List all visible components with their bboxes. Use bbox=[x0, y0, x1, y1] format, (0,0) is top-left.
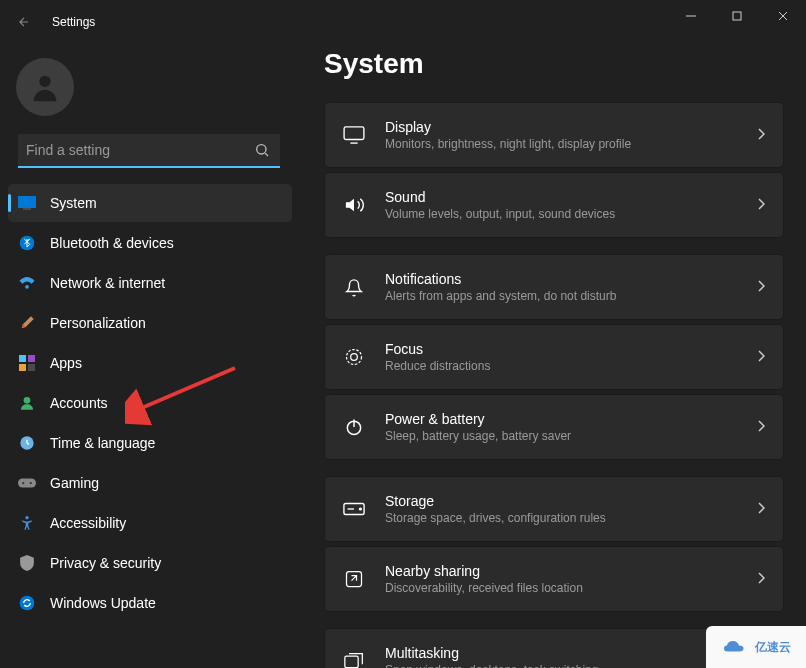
bell-icon bbox=[343, 276, 365, 298]
search-container bbox=[18, 134, 280, 168]
svg-rect-10 bbox=[19, 364, 26, 371]
chevron-right-icon bbox=[757, 419, 765, 435]
sidebar-item-system[interactable]: System bbox=[8, 184, 292, 222]
card-notifications[interactable]: Notifications Alerts from apps and syste… bbox=[324, 254, 784, 320]
sidebar-item-personalization[interactable]: Personalization bbox=[8, 304, 292, 342]
search-input[interactable] bbox=[18, 134, 280, 168]
sidebar-item-label: Time & language bbox=[50, 435, 155, 451]
accessibility-icon bbox=[18, 514, 36, 532]
card-sound[interactable]: Sound Volume levels, output, input, soun… bbox=[324, 172, 784, 238]
card-desc: Storage space, drives, configuration rul… bbox=[385, 511, 757, 525]
close-button[interactable] bbox=[760, 0, 806, 32]
svg-rect-1 bbox=[733, 12, 741, 20]
sidebar-item-label: Gaming bbox=[50, 475, 99, 491]
sidebar-item-label: Apps bbox=[50, 355, 82, 371]
sidebar-item-accessibility[interactable]: Accessibility bbox=[8, 504, 292, 542]
sidebar-item-label: Windows Update bbox=[50, 595, 156, 611]
watermark-text: 亿速云 bbox=[755, 639, 791, 656]
page-title: System bbox=[324, 48, 784, 80]
card-desc: Snap windows, desktops, task switching bbox=[385, 663, 757, 668]
watermark: 亿速云 bbox=[706, 626, 806, 668]
sidebar-item-update[interactable]: Windows Update bbox=[8, 584, 292, 622]
card-desc: Reduce distractions bbox=[385, 359, 757, 373]
sidebar-item-gaming[interactable]: Gaming bbox=[8, 464, 292, 502]
svg-rect-29 bbox=[345, 656, 358, 668]
card-title: Storage bbox=[385, 493, 757, 509]
display-icon bbox=[343, 124, 365, 146]
sidebar-item-label: System bbox=[50, 195, 97, 211]
sidebar-item-bluetooth[interactable]: Bluetooth & devices bbox=[8, 224, 292, 262]
card-title: Multitasking bbox=[385, 645, 757, 661]
back-button[interactable] bbox=[14, 12, 34, 32]
shield-icon bbox=[18, 554, 36, 572]
avatar bbox=[16, 58, 74, 116]
svg-point-12 bbox=[24, 397, 31, 404]
svg-rect-4 bbox=[18, 196, 36, 208]
sidebar-item-privacy[interactable]: Privacy & security bbox=[8, 544, 292, 582]
gaming-icon bbox=[18, 474, 36, 492]
card-title: Sound bbox=[385, 189, 757, 205]
card-display[interactable]: Display Monitors, brightness, night ligh… bbox=[324, 102, 784, 168]
card-desc: Monitors, brightness, night light, displ… bbox=[385, 137, 757, 151]
card-storage[interactable]: Storage Storage space, drives, configura… bbox=[324, 476, 784, 542]
chevron-right-icon bbox=[757, 279, 765, 295]
svg-rect-9 bbox=[28, 355, 35, 362]
brush-icon bbox=[18, 314, 36, 332]
update-icon bbox=[18, 594, 36, 612]
person-icon bbox=[18, 394, 36, 412]
svg-point-22 bbox=[351, 354, 358, 361]
sidebar-item-time[interactable]: Time & language bbox=[8, 424, 292, 462]
share-icon bbox=[343, 568, 365, 590]
svg-rect-8 bbox=[19, 355, 26, 362]
svg-rect-14 bbox=[18, 479, 36, 488]
window-controls bbox=[668, 0, 806, 32]
svg-point-3 bbox=[257, 145, 266, 154]
storage-icon bbox=[343, 498, 365, 520]
chevron-right-icon bbox=[757, 501, 765, 517]
sidebar: System Bluetooth & devices Network & int… bbox=[0, 44, 300, 668]
sidebar-item-label: Network & internet bbox=[50, 275, 165, 291]
card-desc: Sleep, battery usage, battery saver bbox=[385, 429, 757, 443]
sidebar-item-accounts[interactable]: Accounts bbox=[8, 384, 292, 422]
chevron-right-icon bbox=[757, 127, 765, 143]
power-icon bbox=[343, 416, 365, 438]
sidebar-item-label: Personalization bbox=[50, 315, 146, 331]
minimize-button[interactable] bbox=[668, 0, 714, 32]
chevron-right-icon bbox=[757, 571, 765, 587]
maximize-button[interactable] bbox=[714, 0, 760, 32]
chevron-right-icon bbox=[757, 349, 765, 365]
card-title: Display bbox=[385, 119, 757, 135]
sidebar-item-label: Privacy & security bbox=[50, 555, 161, 571]
clock-icon bbox=[18, 434, 36, 452]
card-title: Nearby sharing bbox=[385, 563, 757, 579]
card-desc: Volume levels, output, input, sound devi… bbox=[385, 207, 757, 221]
card-desc: Discoverability, received files location bbox=[385, 581, 757, 595]
svg-point-15 bbox=[22, 482, 24, 484]
svg-point-2 bbox=[39, 76, 50, 87]
card-title: Power & battery bbox=[385, 411, 757, 427]
svg-point-18 bbox=[20, 596, 35, 611]
title-bar: Settings bbox=[0, 0, 806, 44]
bluetooth-icon bbox=[18, 234, 36, 252]
svg-point-26 bbox=[360, 508, 362, 510]
sidebar-item-apps[interactable]: Apps bbox=[8, 344, 292, 382]
sidebar-item-label: Bluetooth & devices bbox=[50, 235, 174, 251]
card-power[interactable]: Power & battery Sleep, battery usage, ba… bbox=[324, 394, 784, 460]
sidebar-item-label: Accessibility bbox=[50, 515, 126, 531]
card-focus[interactable]: Focus Reduce distractions bbox=[324, 324, 784, 390]
search-icon bbox=[254, 142, 270, 161]
svg-rect-11 bbox=[28, 364, 35, 371]
card-nearby[interactable]: Nearby sharing Discoverability, received… bbox=[324, 546, 784, 612]
svg-rect-5 bbox=[23, 208, 31, 210]
chevron-right-icon bbox=[757, 197, 765, 213]
apps-icon bbox=[18, 354, 36, 372]
svg-point-7 bbox=[25, 285, 29, 289]
sidebar-item-network[interactable]: Network & internet bbox=[8, 264, 292, 302]
settings-card-list: Display Monitors, brightness, night ligh… bbox=[324, 102, 784, 668]
sound-icon bbox=[343, 194, 365, 216]
card-title: Focus bbox=[385, 341, 757, 357]
main-content: System Display Monitors, brightness, nig… bbox=[300, 44, 806, 668]
svg-point-16 bbox=[30, 482, 32, 484]
window-title: Settings bbox=[52, 15, 95, 29]
profile-section[interactable] bbox=[8, 54, 292, 134]
